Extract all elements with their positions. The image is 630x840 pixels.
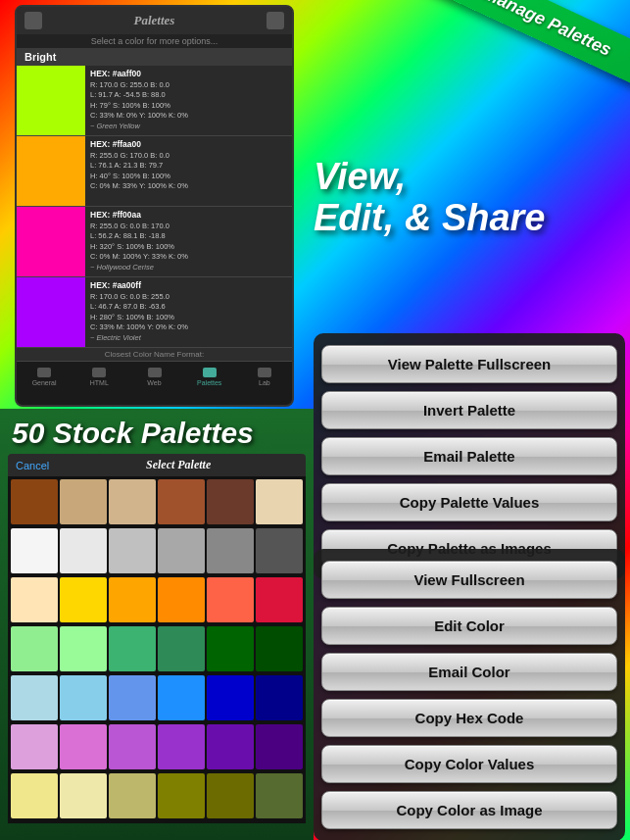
edit-color-button[interactable]: Edit Color xyxy=(321,607,617,645)
tab-general[interactable]: General xyxy=(17,362,72,392)
palette-cell[interactable] xyxy=(60,577,107,622)
palette-cell[interactable] xyxy=(109,479,156,524)
tab-palettes-label: Palettes xyxy=(197,379,221,386)
copy-palette-values-button[interactable]: Copy Palette Values xyxy=(321,483,617,521)
view-fullscreen-button[interactable]: View Fullscreen xyxy=(321,561,617,599)
palette-cell[interactable] xyxy=(158,577,205,622)
manage-banner-text: Easily Manage Palettes xyxy=(430,0,614,60)
topbar-left-icon xyxy=(24,12,42,29)
color-hsb-2: H: 40° S: 100% B: 100% xyxy=(90,172,287,182)
email-color-button[interactable]: Email Color xyxy=(321,653,617,691)
right-panel: Easily Manage Palettes View, Edit, & Sha… xyxy=(309,0,630,840)
view-palette-fullscreen-button[interactable]: View Palette Fullscreen xyxy=(321,345,617,383)
color-swatch-2 xyxy=(17,136,85,206)
color-cmyk-1: C: 33% M: 0% Y: 100% K: 0% xyxy=(90,111,287,122)
tab-general-label: General xyxy=(32,379,57,386)
invert-palette-button[interactable]: Invert Palette xyxy=(321,391,617,429)
palette-cell[interactable] xyxy=(256,528,303,573)
hero-text: View, Edit, & Share xyxy=(314,157,546,239)
color-info-2: HEX: #ffaa00 R: 255.0 G: 170.0 B: 0.0 L:… xyxy=(85,136,292,206)
palette-cell[interactable] xyxy=(207,773,254,818)
select-palette-title: Select Palette xyxy=(59,458,298,472)
palette-cell[interactable] xyxy=(158,724,205,769)
cancel-button[interactable]: Cancel xyxy=(16,460,49,471)
palette-cell[interactable] xyxy=(11,626,58,671)
palette-cell[interactable] xyxy=(11,675,58,720)
tab-palettes[interactable]: Palettes xyxy=(182,362,237,392)
color-lab-4: L: 46.7 A: 87.0 B: -63.6 xyxy=(90,302,287,313)
palette-cell[interactable] xyxy=(11,528,58,573)
color-info-4: HEX: #aa00ff R: 170.0 G: 0.0 B: 255.0 L:… xyxy=(85,277,292,347)
palette-cell[interactable] xyxy=(158,773,205,818)
palette-cell[interactable] xyxy=(158,675,205,720)
color-name-4: ~ Electric Violet xyxy=(90,333,287,344)
color-swatch-4 xyxy=(17,277,85,347)
color-info-3: HEX: #ff00aa R: 255.0 G: 0.0 B: 170.0 L:… xyxy=(85,207,292,276)
color-cmyk-2: C: 0% M: 33% Y: 100% K: 0% xyxy=(90,181,287,192)
color-hex-2: HEX: #ffaa00 xyxy=(90,139,287,151)
color-hex-3: HEX: #ff00aa xyxy=(90,210,287,222)
tab-web-icon xyxy=(148,368,162,377)
tab-web-label: Web xyxy=(147,379,161,386)
color-name-1: ~ Green Yellow xyxy=(90,122,287,132)
palette-cell[interactable] xyxy=(109,626,156,671)
palette-cell[interactable] xyxy=(109,577,156,622)
palette-grid-row-5 xyxy=(10,674,304,721)
color-swatch-3 xyxy=(17,207,85,276)
palette-cell[interactable] xyxy=(158,528,205,573)
palette-cell[interactable] xyxy=(256,479,303,524)
color-name-3: ~ Hollywood Cerise xyxy=(90,263,287,273)
palette-cell[interactable] xyxy=(109,528,156,573)
tab-html-label: HTML xyxy=(90,379,109,386)
palette-cell[interactable] xyxy=(11,724,58,769)
stock-palettes-title: 50 Stock Palettes xyxy=(0,409,314,454)
copy-hex-code-button[interactable]: Copy Hex Code xyxy=(321,699,617,737)
color-row-4[interactable]: HEX: #aa00ff R: 170.0 G: 0.0 B: 255.0 L:… xyxy=(17,277,292,348)
tab-web[interactable]: Web xyxy=(126,362,181,392)
palette-cell[interactable] xyxy=(207,675,254,720)
palette-cell[interactable] xyxy=(109,724,156,769)
palette-cell[interactable] xyxy=(207,528,254,573)
tab-lab[interactable]: Lab xyxy=(237,362,292,392)
palette-grid-row-2 xyxy=(10,527,304,574)
palette-cell[interactable] xyxy=(256,773,303,818)
palette-cell[interactable] xyxy=(109,773,156,818)
palette-cell[interactable] xyxy=(11,479,58,524)
manage-banner: Easily Manage Palettes xyxy=(363,0,630,99)
palette-cell[interactable] xyxy=(207,724,254,769)
tab-palettes-icon xyxy=(203,368,217,377)
palette-cell[interactable] xyxy=(60,724,107,769)
color-row-3[interactable]: HEX: #ff00aa R: 255.0 G: 0.0 B: 170.0 L:… xyxy=(17,207,292,277)
palette-grid-row-4 xyxy=(10,625,304,672)
color-row-2[interactable]: HEX: #ffaa00 R: 255.0 G: 170.0 B: 0.0 L:… xyxy=(17,136,292,207)
palette-cell[interactable] xyxy=(207,479,254,524)
palette-cell[interactable] xyxy=(60,479,107,524)
palette-cell[interactable] xyxy=(256,675,303,720)
palette-cell[interactable] xyxy=(109,675,156,720)
palette-cell[interactable] xyxy=(11,773,58,818)
palette-cell[interactable] xyxy=(207,626,254,671)
color-row-1[interactable]: HEX: #aaff00 R: 170.0 G: 255.0 B: 0.0 L:… xyxy=(17,66,292,136)
copy-color-values-button[interactable]: Copy Color Values xyxy=(321,745,617,783)
palette-grid-row-6 xyxy=(10,723,304,770)
palette-cell[interactable] xyxy=(60,675,107,720)
palette-cell[interactable] xyxy=(256,626,303,671)
tab-html[interactable]: HTML xyxy=(72,362,126,392)
palette-cell[interactable] xyxy=(256,724,303,769)
stock-palettes-section: 50 Stock Palettes Cancel Select Palette xyxy=(0,409,314,840)
color-hsb-3: H: 320° S: 100% B: 100% xyxy=(90,242,287,253)
email-palette-button[interactable]: Email Palette xyxy=(321,437,617,475)
hero-line1: View, xyxy=(314,157,546,198)
palette-cell[interactable] xyxy=(60,773,107,818)
palette-cell[interactable] xyxy=(207,577,254,622)
palette-cell[interactable] xyxy=(158,626,205,671)
color-lab-2: L: 76.1 A: 21.3 B: 79.7 xyxy=(90,161,287,172)
color-rgb-3: R: 255.0 G: 0.0 B: 170.0 xyxy=(90,222,287,232)
palette-cell[interactable] xyxy=(158,479,205,524)
palette-cell[interactable] xyxy=(256,577,303,622)
palette-cell[interactable] xyxy=(60,626,107,671)
palette-cell[interactable] xyxy=(60,528,107,573)
tab-html-icon xyxy=(92,368,106,377)
palette-cell[interactable] xyxy=(11,577,58,622)
copy-color-image-button[interactable]: Copy Color as Image xyxy=(321,791,617,829)
